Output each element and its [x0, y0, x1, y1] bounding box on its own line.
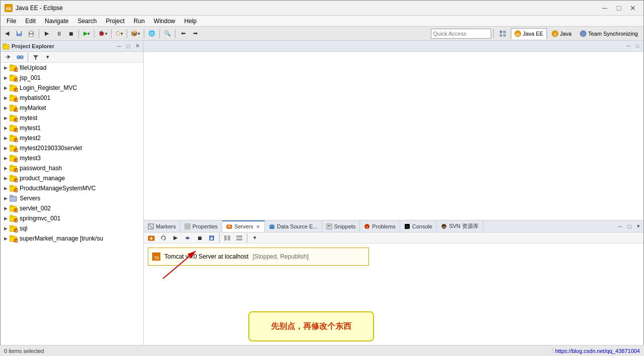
tree-item-mytest20190330[interactable]: ▶ J mytest20190330servlet: [1, 143, 143, 153]
tab-properties-label: Properties: [193, 223, 218, 229]
tree-arrow-fileUpload: ▶: [3, 65, 9, 71]
tree-item-product-manage[interactable]: ▶ J product_manage: [1, 173, 143, 183]
tb-pause-btn[interactable]: ⏸: [53, 28, 64, 39]
server-stop-btn[interactable]: ⏹: [194, 232, 205, 244]
tb-ext-browser-btn[interactable]: 🌐: [146, 28, 157, 39]
perspective-team-sync-btn[interactable]: ↔ Team Synchronizing: [576, 28, 641, 39]
tab-problems[interactable]: ! Problems: [360, 220, 400, 232]
tree-item-fileUpload[interactable]: ▶ J fileUpload: [1, 63, 143, 73]
tree-folder-icon-supermarket: J: [10, 234, 18, 243]
tb-print-btn[interactable]: [26, 28, 37, 39]
tb-search-btn[interactable]: 🔍: [162, 28, 173, 39]
tab-markers[interactable]: Markers: [144, 220, 180, 232]
tree-item-login[interactable]: ▶ J Login_Register_MVC: [1, 83, 143, 93]
tree-item-myMarket[interactable]: ▶ J myMarket: [1, 103, 143, 113]
tree-arrow-jsp001: ▶: [3, 75, 9, 81]
tab-svn[interactable]: SVN SVN 资源库: [437, 220, 483, 232]
menu-edit[interactable]: Edit: [21, 17, 40, 26]
panel-close-btn[interactable]: ✕: [133, 42, 141, 50]
project-tree[interactable]: ▶ J fileUpload ▶ J: [1, 63, 143, 348]
pe-viewmenu-btn[interactable]: ▾: [42, 52, 53, 63]
tab-snippets[interactable]: Snippets: [322, 220, 360, 232]
menu-help[interactable]: Help: [180, 17, 201, 26]
tb-nav-fwd-btn[interactable]: ➡: [190, 28, 201, 39]
tb-back-btn[interactable]: ◀: [2, 28, 13, 39]
menu-run[interactable]: Run: [130, 17, 149, 26]
tb-debug-dropdown[interactable]: 🐞▾: [97, 28, 109, 39]
editor-max-btn[interactable]: □: [633, 42, 641, 50]
pe-filter-btn[interactable]: [30, 52, 41, 63]
svg-line-131: [163, 251, 196, 279]
quick-access-input[interactable]: [431, 29, 491, 39]
tree-arrow-mytest: ▶: [3, 115, 9, 121]
menu-window[interactable]: Window: [150, 17, 179, 26]
tree-item-sql[interactable]: ▶ J sql: [1, 223, 143, 233]
tab-properties[interactable]: Properties: [180, 220, 222, 232]
server-refresh-btn[interactable]: [158, 232, 169, 244]
svg-rect-79: [10, 195, 13, 197]
tree-item-password-hash[interactable]: ▶ J password_hash: [1, 163, 143, 173]
pe-sep-1: [28, 53, 28, 62]
tree-item-jsp001[interactable]: ▶ J jsp_001: [1, 73, 143, 83]
server-row-layout-btn[interactable]: [234, 232, 245, 244]
tb-play-btn[interactable]: ▶: [41, 28, 52, 39]
tab-console[interactable]: >_ Console: [400, 220, 437, 232]
tab-servers-close[interactable]: ✕: [255, 224, 260, 229]
svg-rect-63: [10, 155, 13, 157]
server-publish-btn[interactable]: [206, 232, 217, 244]
bottom-min-btn[interactable]: ─: [616, 222, 624, 230]
svg-marker-120: [161, 238, 163, 239]
tab-datasource[interactable]: Data Source E...: [265, 220, 322, 232]
bottom-panel: Markers Properties Servers ✕: [144, 220, 643, 355]
editor-min-btn[interactable]: ─: [624, 42, 632, 50]
pe-collapse-all-btn[interactable]: [3, 52, 14, 63]
perspective-icon-btn[interactable]: [496, 28, 510, 39]
minimize-button[interactable]: ─: [598, 3, 611, 13]
pe-link-btn[interactable]: [15, 52, 26, 63]
tb-nav-btn[interactable]: ⬅: [177, 28, 189, 39]
tree-item-servlet002[interactable]: ▶ J servlet_002: [1, 203, 143, 213]
menu-search[interactable]: Search: [73, 17, 101, 26]
tree-arrow-mytest1: ▶: [3, 125, 9, 131]
tree-item-supermarket[interactable]: ▶ J superMarket_manage [trunk/su: [1, 233, 143, 244]
panel-min-btn[interactable]: ─: [115, 42, 123, 50]
tab-servers[interactable]: Servers ✕: [222, 220, 265, 232]
restore-button[interactable]: □: [612, 3, 625, 13]
tb-run-dropdown[interactable]: ▶▾: [81, 28, 92, 39]
perspective-java-ee-btn[interactable]: EE Java EE: [511, 28, 547, 39]
server-new-btn[interactable]: [146, 232, 157, 244]
status-url-link[interactable]: https://blog.csdn.net/qq_43871004: [555, 348, 640, 354]
menu-navigate[interactable]: Navigate: [41, 17, 72, 26]
tree-item-mybatis001[interactable]: ▶ J mybatis001: [1, 93, 143, 103]
bottom-max-btn[interactable]: □: [625, 222, 633, 230]
panel-max-btn[interactable]: □: [124, 42, 132, 50]
tree-item-mytest1[interactable]: ▶ J mytest1: [1, 123, 143, 133]
tb-save-btn[interactable]: [14, 28, 25, 39]
tab-markers-label: Markers: [156, 223, 176, 229]
tree-item-mytest3[interactable]: ▶ J mytest3: [1, 153, 143, 163]
tree-item-mytest[interactable]: ▶ J mytest: [1, 113, 143, 123]
tree-folder-icon-myMarket: J: [10, 104, 18, 112]
close-button[interactable]: ✕: [626, 3, 639, 13]
tb-deploy-dropdown[interactable]: 📦▾: [129, 28, 142, 39]
menu-file[interactable]: File: [3, 17, 20, 26]
tree-item-product-manage-system[interactable]: ▶ J ProductManageSystemMVC: [1, 183, 143, 193]
perspective-java-btn[interactable]: J Java: [548, 28, 575, 39]
svg-text:J: J: [16, 119, 17, 122]
tree-item-mytest2[interactable]: ▶ J mytest2: [1, 133, 143, 143]
server-debug-btn[interactable]: [182, 232, 193, 244]
tree-label-fileUpload: fileUpload: [20, 64, 46, 71]
tb-server-dropdown[interactable]: ⬡▾: [114, 28, 125, 39]
server-col-layout-btn[interactable]: [222, 232, 233, 244]
editor-chrome-controls: ─ □: [624, 42, 641, 50]
tb-stop-btn[interactable]: ⏹: [65, 28, 76, 39]
menu-project[interactable]: Project: [102, 17, 128, 26]
server-sep-1: [219, 233, 220, 243]
tab-svn-label: SVN 资源库: [449, 222, 479, 230]
tree-item-servers[interactable]: ▶ Servers: [1, 193, 143, 203]
svg-rect-81: [10, 205, 13, 207]
server-start-btn[interactable]: ▶: [170, 232, 181, 244]
tree-item-springmvc001[interactable]: ▶ J springmvc_001: [1, 213, 143, 223]
bottom-viewmenu-btn[interactable]: ▾: [634, 222, 642, 230]
server-viewmenu-btn[interactable]: ▾: [249, 232, 260, 244]
